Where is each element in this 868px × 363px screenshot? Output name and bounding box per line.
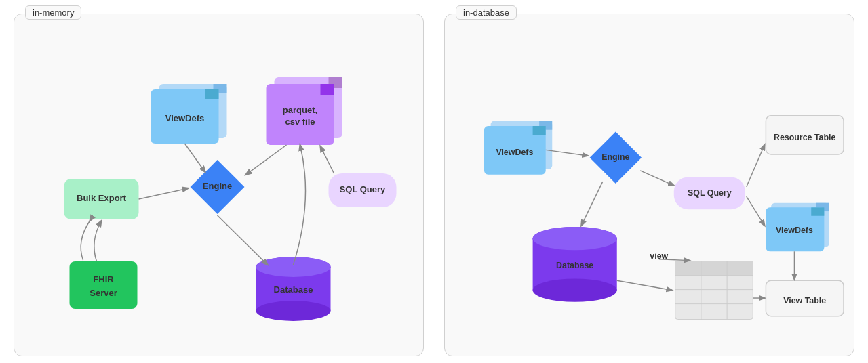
diagrams-container: in-memory ViewDefs parquet, csv file Bul…	[14, 14, 854, 356]
in-memory-label: in-memory	[25, 5, 81, 20]
svg-text:Engine: Engine	[601, 152, 629, 162]
svg-line-22	[246, 145, 287, 175]
svg-text:Bulk Export: Bulk Export	[77, 193, 127, 203]
svg-point-19	[256, 257, 331, 277]
svg-line-55	[581, 182, 603, 226]
in-memory-svg: ViewDefs parquet, csv file Bulk Export E…	[24, 24, 413, 343]
svg-text:ViewDefs: ViewDefs	[165, 113, 205, 123]
in-database-label: in-database	[456, 5, 517, 20]
svg-line-59	[747, 145, 765, 187]
svg-point-36	[533, 227, 617, 250]
svg-text:csv file: csv file	[285, 116, 315, 127]
svg-rect-13	[70, 261, 138, 309]
svg-text:FHIR: FHIR	[93, 274, 114, 284]
svg-point-35	[533, 278, 617, 301]
svg-line-23	[139, 188, 189, 199]
svg-text:Resource Table: Resource Table	[774, 133, 836, 142]
svg-line-25	[321, 146, 334, 173]
svg-text:Server: Server	[90, 288, 117, 298]
in-memory-diagram: in-memory ViewDefs parquet, csv file Bul…	[14, 14, 424, 356]
svg-point-18	[256, 301, 331, 321]
svg-text:ViewDefs: ViewDefs	[776, 226, 813, 235]
svg-line-21	[185, 144, 205, 172]
in-database-diagram: in-database ViewDefs Engine SQL Query	[444, 14, 854, 356]
svg-text:Database: Database	[274, 284, 313, 295]
svg-line-54	[640, 171, 674, 186]
svg-text:parquet,: parquet,	[283, 105, 317, 115]
svg-text:SQL Query: SQL Query	[688, 188, 732, 198]
svg-line-58	[747, 196, 765, 226]
svg-text:View Table: View Table	[783, 296, 826, 305]
svg-line-24	[218, 215, 268, 265]
svg-text:Engine: Engine	[203, 181, 232, 191]
svg-text:SQL Query: SQL Query	[340, 184, 386, 194]
svg-text:Database: Database	[556, 261, 593, 270]
svg-line-56	[617, 280, 672, 290]
in-database-svg: ViewDefs Engine SQL Query Database view	[455, 24, 844, 343]
svg-rect-40	[675, 261, 753, 276]
svg-text:ViewDefs: ViewDefs	[496, 148, 533, 157]
